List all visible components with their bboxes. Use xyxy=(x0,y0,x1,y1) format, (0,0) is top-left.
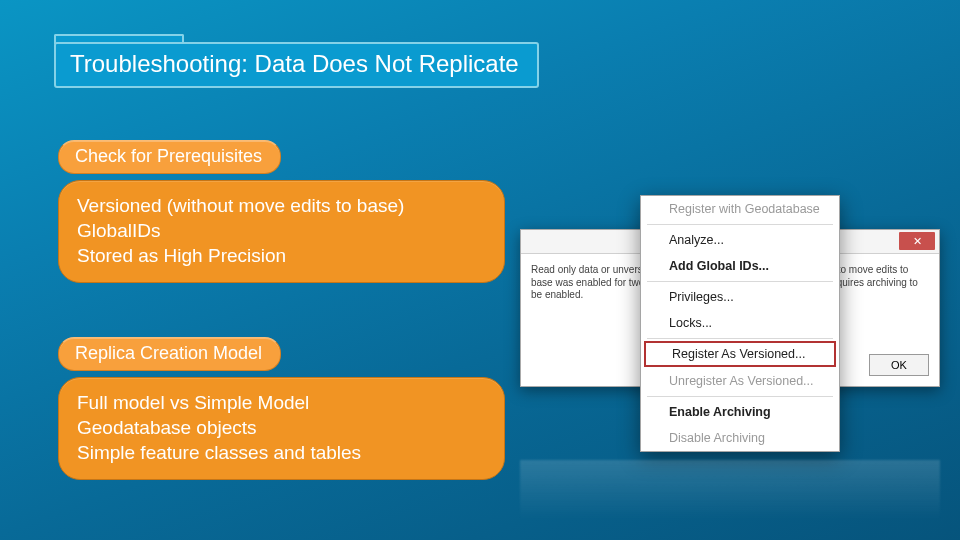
section-2-header: Replica Creation Model xyxy=(58,337,281,371)
menu-item-add-global-ids[interactable]: Add Global IDs... xyxy=(641,253,839,279)
close-button[interactable]: ✕ xyxy=(899,232,935,250)
context-menu: Register with Geodatabase Analyze... Add… xyxy=(640,195,840,452)
slide-title: Troubleshooting: Data Does Not Replicate xyxy=(54,42,539,88)
section-2-line-3: Simple feature classes and tables xyxy=(77,440,482,465)
menu-item-unregister-as-versioned: Unregister As Versioned... xyxy=(641,368,839,394)
menu-item-locks[interactable]: Locks... xyxy=(641,310,839,336)
section-2-line-2: Geodatabase objects xyxy=(77,415,482,440)
menu-item-register-with-geodatabase: Register with Geodatabase xyxy=(641,196,839,222)
reflection-decoration xyxy=(520,460,940,520)
screenshot-cluster: ✕ Read only data or unversioned data can… xyxy=(520,195,940,475)
close-icon: ✕ xyxy=(913,235,922,247)
menu-item-disable-archiving: Disable Archiving xyxy=(641,425,839,451)
section-1-line-1: Versioned (without move edits to base) xyxy=(77,193,482,218)
section-2-body: Full model vs Simple Model Geodatabase o… xyxy=(58,377,505,480)
section-1-body: Versioned (without move edits to base) G… xyxy=(58,180,505,283)
menu-item-register-as-versioned[interactable]: Register As Versioned... xyxy=(644,341,836,367)
menu-item-analyze[interactable]: Analyze... xyxy=(641,227,839,253)
section-1-header: Check for Prerequisites xyxy=(58,140,281,174)
menu-item-enable-archiving[interactable]: Enable Archiving xyxy=(641,399,839,425)
menu-item-privileges[interactable]: Privileges... xyxy=(641,284,839,310)
menu-separator xyxy=(647,396,833,397)
section-1-line-2: GlobalIDs xyxy=(77,218,482,243)
section-2-line-1: Full model vs Simple Model xyxy=(77,390,482,415)
menu-separator xyxy=(647,338,833,339)
section-1-line-3: Stored as High Precision xyxy=(77,243,482,268)
menu-separator xyxy=(647,281,833,282)
menu-separator xyxy=(647,224,833,225)
ok-button[interactable]: OK xyxy=(869,354,929,376)
